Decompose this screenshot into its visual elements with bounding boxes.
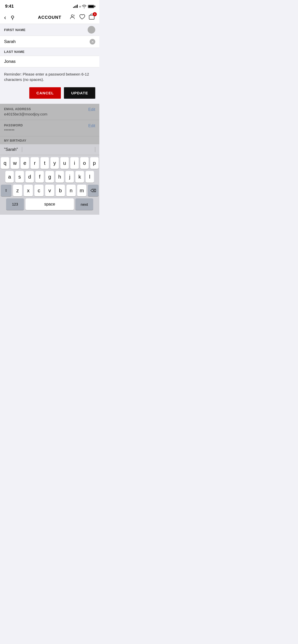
key-v[interactable]: v [45, 185, 54, 196]
password-row: PASSWORD ******* Edit [0, 120, 99, 136]
search-button[interactable]: ⚲ [11, 14, 15, 21]
birthday-label-row: MY BIRTHDAY [0, 136, 99, 144]
keyboard-row-3: ⇧ z x c v b n m ⌫ [1, 185, 99, 196]
first-name-value: Sarah [4, 39, 16, 44]
key-p[interactable]: p [90, 157, 99, 169]
autocomplete-suggestion[interactable]: "Sarah" [4, 147, 18, 152]
back-button[interactable]: ‹ [4, 14, 6, 21]
signal-icon [73, 5, 78, 8]
first-name-clear-button[interactable]: ✕ [90, 39, 95, 45]
password-content: PASSWORD ******* [4, 124, 23, 133]
key-k[interactable]: k [75, 171, 84, 183]
shift-key[interactable]: ⇧ [1, 185, 11, 196]
next-key[interactable]: next [75, 198, 93, 210]
key-w[interactable]: w [11, 157, 19, 169]
status-time: 9:41 [5, 4, 14, 9]
nav-left: ‹ ⚲ [4, 14, 15, 21]
status-bar: 9:41 𝛼 [0, 0, 99, 11]
email-value: e4015be3@moodjoy.com [4, 112, 47, 116]
last-name-label: LAST NAME [4, 50, 24, 54]
password-edit-button[interactable]: Edit [88, 124, 95, 128]
key-c[interactable]: c [34, 185, 44, 196]
cancel-button[interactable]: CANCEL [29, 87, 61, 99]
password-label: PASSWORD [4, 124, 23, 127]
battery-icon [88, 5, 94, 8]
keyboard-row-2: a s d f g h j k l [1, 171, 99, 183]
last-name-value-row[interactable]: Jonas [0, 56, 99, 67]
key-a[interactable]: a [5, 171, 14, 183]
key-t[interactable]: t [40, 157, 49, 169]
cart-badge: 3 [93, 12, 97, 16]
nav-right: 3 [69, 14, 95, 21]
first-name-value-row[interactable]: Sarah ✕ [0, 36, 99, 48]
delete-key[interactable]: ⌫ [88, 185, 99, 196]
update-button[interactable]: UPDATE [64, 87, 95, 99]
key-j[interactable]: j [65, 171, 74, 183]
keyboard-row-4: 123 space next [1, 198, 99, 210]
first-name-toggle[interactable] [88, 26, 95, 34]
last-name-value: Jonas [4, 59, 16, 64]
dimmed-section: EMAIL ADDRESS e4015be3@moodjoy.com Edit … [0, 104, 99, 144]
autocomplete-divider [22, 147, 22, 152]
key-d[interactable]: d [25, 171, 34, 183]
key-m[interactable]: m [77, 185, 86, 196]
action-buttons: CANCEL UPDATE [4, 87, 95, 99]
space-key[interactable]: space [25, 198, 74, 210]
key-i[interactable]: i [70, 157, 79, 169]
key-n[interactable]: n [66, 185, 76, 196]
key-o[interactable]: o [80, 157, 89, 169]
first-name-label-row: FIRST NAME [0, 24, 99, 36]
reminder-section: Reminder: Please enter a password betwee… [0, 67, 99, 104]
key-x[interactable]: x [24, 185, 33, 196]
last-name-label-row: LAST NAME [0, 48, 99, 56]
email-row: EMAIL ADDRESS e4015be3@moodjoy.com Edit [0, 104, 99, 120]
key-h[interactable]: h [56, 171, 64, 183]
page-title: ACCOUNT [38, 15, 61, 20]
key-q[interactable]: q [1, 157, 9, 169]
keyboard: q w e r t y u i o p a s d f g h j k l ⇧ … [0, 155, 99, 213]
wishlist-icon[interactable] [79, 14, 85, 21]
key-u[interactable]: u [60, 157, 69, 169]
key-l[interactable]: l [86, 171, 94, 183]
key-y[interactable]: y [50, 157, 59, 169]
key-f[interactable]: f [35, 171, 44, 183]
status-icons: 𝛼 [73, 4, 94, 8]
wifi-icon: 𝛼 [79, 4, 86, 8]
nav-bar: ‹ ⚲ ACCOUNT 3 [0, 11, 99, 24]
key-g[interactable]: g [45, 171, 54, 183]
form-section: FIRST NAME Sarah ✕ LAST NAME Jonas [0, 24, 99, 67]
key-z[interactable]: z [13, 185, 22, 196]
key-b[interactable]: b [56, 185, 65, 196]
email-edit-button[interactable]: Edit [88, 107, 95, 112]
cart-icon[interactable]: 3 [89, 14, 95, 21]
svg-point-1 [73, 14, 75, 17]
key-r[interactable]: r [31, 157, 39, 169]
key-e[interactable]: e [21, 157, 29, 169]
key-s[interactable]: s [15, 171, 24, 183]
reminder-text: Reminder: Please enter a password betwee… [4, 71, 95, 82]
autocomplete-divider2 [95, 147, 95, 152]
email-label: EMAIL ADDRESS [4, 107, 47, 111]
autocomplete-bar: "Sarah" [0, 144, 99, 155]
bottom-bar: 🙂 🎙 [0, 213, 99, 215]
profile-icon[interactable] [69, 14, 75, 21]
password-value: ******* [4, 128, 23, 133]
birthday-label: MY BIRTHDAY [4, 139, 95, 142]
first-name-label: FIRST NAME [4, 28, 25, 32]
numbers-key[interactable]: 123 [6, 198, 24, 210]
keyboard-row-1: q w e r t y u i o p [1, 157, 99, 169]
email-content: EMAIL ADDRESS e4015be3@moodjoy.com [4, 107, 47, 116]
